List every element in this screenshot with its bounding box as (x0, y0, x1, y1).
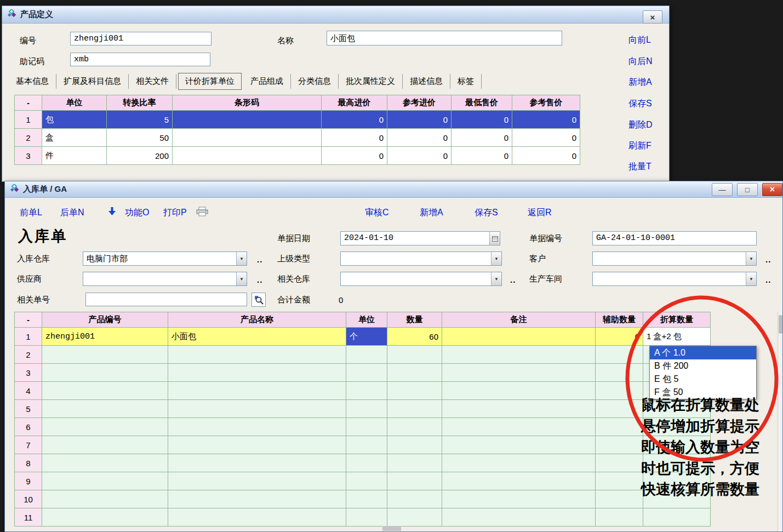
cell[interactable] (346, 382, 387, 400)
col-header-ratio[interactable]: 转换比率 (107, 95, 173, 111)
col-header-product-code[interactable]: 产品编号 (42, 312, 168, 328)
doc-no-input[interactable]: GA-24-01-10-0001 (592, 231, 757, 245)
cell-barcode[interactable] (173, 129, 322, 147)
add-button[interactable]: 新增A (420, 207, 443, 218)
cell[interactable] (346, 472, 387, 490)
col-header-unit[interactable]: 单位 (346, 312, 387, 328)
tab-batch-attributes[interactable]: 批次属性定义 (339, 74, 403, 89)
cell[interactable] (168, 490, 346, 508)
cell[interactable] (346, 364, 387, 382)
chevron-down-icon[interactable]: ▼ (491, 252, 501, 265)
cell[interactable] (168, 508, 346, 527)
cell-ref-purchase[interactable]: 0 (387, 147, 451, 165)
cell[interactable] (442, 382, 596, 400)
printer-icon[interactable] (196, 207, 208, 218)
cell[interactable] (596, 382, 643, 400)
table-row[interactable]: 2 盒 50 0 0 0 0 (15, 129, 580, 147)
warehouse-combo[interactable]: 电脑门市部 ▼ (83, 251, 247, 266)
cell[interactable] (168, 382, 346, 400)
back-button[interactable]: 返回R (528, 207, 552, 218)
cell-ref-purchase[interactable]: 0 (387, 129, 451, 147)
grid-row[interactable]: 4 (15, 382, 711, 400)
col-header-note[interactable]: 备注 (442, 312, 596, 328)
add-button[interactable]: 新增A (628, 77, 652, 88)
col-header-unit[interactable]: 单位 (42, 95, 107, 111)
grid-row[interactable]: 2 (15, 346, 711, 364)
dropdown-item[interactable]: E 包 5 (650, 373, 756, 386)
chevron-down-icon[interactable]: ▼ (236, 252, 247, 265)
print-button[interactable]: 打印P (163, 207, 187, 218)
tab-basic-info[interactable]: 基本信息 (9, 74, 56, 89)
cell[interactable] (346, 346, 387, 364)
cell[interactable] (346, 436, 387, 454)
workshop-browse-dots[interactable]: .. (765, 275, 771, 285)
cell[interactable] (346, 418, 387, 436)
cell[interactable] (442, 472, 596, 490)
cell[interactable] (596, 346, 643, 364)
batch-button[interactable]: 批量T (628, 161, 651, 172)
cell[interactable] (168, 472, 346, 490)
cell[interactable] (168, 418, 346, 436)
cell-note[interactable] (442, 328, 596, 346)
cell[interactable] (596, 508, 643, 527)
cell[interactable] (346, 454, 387, 472)
cell-unit[interactable]: 包 (42, 111, 107, 129)
cell[interactable] (596, 490, 643, 508)
cell-ratio[interactable]: 50 (107, 129, 173, 147)
col-header-conv-qty[interactable]: 折算数量 (643, 312, 711, 328)
cell[interactable] (387, 472, 442, 490)
cell-ref-sell[interactable]: 0 (512, 129, 580, 147)
cell[interactable] (442, 436, 596, 454)
cell[interactable] (42, 346, 168, 364)
col-header-barcode[interactable]: 条形码 (173, 95, 322, 111)
cell[interactable] (596, 364, 643, 382)
cell[interactable] (168, 436, 346, 454)
cell[interactable] (42, 364, 168, 382)
related-doc-input[interactable] (85, 293, 247, 306)
cell[interactable] (346, 490, 387, 508)
grid-row[interactable]: 10 (15, 490, 711, 508)
tab-product-composition[interactable]: 产品组成 (243, 74, 291, 89)
cell[interactable] (42, 436, 168, 454)
chevron-down-icon[interactable]: ▼ (746, 272, 756, 285)
cell-ref-sell[interactable]: 0 (512, 147, 580, 165)
cell-unit-selected[interactable]: 个 (346, 328, 387, 346)
cell[interactable] (387, 418, 442, 436)
cell-qty[interactable]: 60 (387, 328, 442, 346)
cell[interactable] (168, 364, 346, 382)
workshop-combo[interactable]: ▼ (592, 272, 757, 286)
cell-ratio[interactable]: 200 (107, 147, 173, 165)
cell-unit[interactable]: 盒 (42, 129, 107, 147)
entry-window-titlebar[interactable]: 入库单 / GA — □ × (5, 181, 782, 198)
tab-classification[interactable]: 分类信息 (291, 74, 339, 89)
cell-ref-sell[interactable]: 0 (512, 111, 580, 129)
grid-row[interactable]: 6 (15, 418, 711, 436)
col-header-min-sell[interactable]: 最低售价 (451, 95, 512, 111)
cell[interactable] (42, 454, 168, 472)
cell[interactable] (387, 382, 442, 400)
delete-button[interactable]: 删除D (628, 119, 653, 130)
chevron-down-icon[interactable]: ▼ (236, 272, 247, 285)
cell[interactable] (442, 418, 596, 436)
save-button[interactable]: 保存S (628, 98, 652, 109)
cell[interactable] (596, 400, 643, 418)
minimize-button[interactable]: — (712, 183, 733, 196)
tab-extended-info[interactable]: 扩展及科目信息 (56, 74, 129, 89)
grid-row[interactable]: 9 (15, 472, 711, 490)
product-window-titlebar[interactable]: 产品定义 × (2, 6, 669, 24)
cell[interactable] (387, 400, 442, 418)
dropdown-item-selected[interactable]: A 个 1.0 (650, 346, 756, 359)
cell-min-sell[interactable]: 0 (451, 129, 512, 147)
cell-ref-purchase[interactable]: 0 (387, 111, 451, 129)
tab-labels[interactable]: 标签 (450, 74, 482, 89)
grid-row[interactable]: 5 (15, 400, 711, 418)
functions-button[interactable]: 功能O (125, 207, 149, 218)
dropdown-item[interactable]: B 件 200 (650, 359, 756, 373)
related-warehouse-browse-dots[interactable]: .. (510, 275, 516, 285)
cell-barcode[interactable] (173, 111, 322, 129)
code-input[interactable]: zhengji001 (70, 32, 212, 45)
cell-aux-qty[interactable]: 0 (596, 328, 643, 346)
col-header-aux-qty[interactable]: 辅助数量 (596, 312, 643, 328)
cell[interactable] (42, 508, 168, 527)
col-header-max-purchase[interactable]: 最高进价 (322, 95, 387, 111)
